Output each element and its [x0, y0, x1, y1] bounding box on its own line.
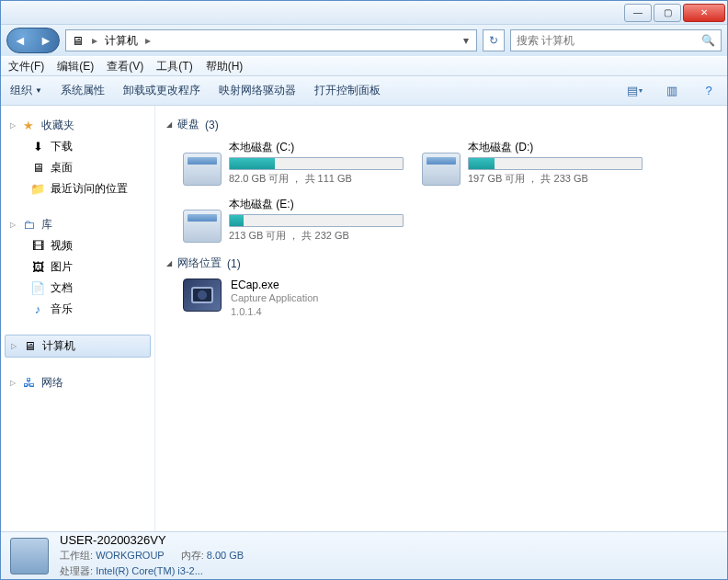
help-button[interactable]: ?: [700, 82, 718, 100]
sidebar: ▷★收藏夹 ⬇下载 🖥桌面 📁最近访问的位置 ▷🗀库 🎞视频 🖼图片 📄文档 ♪…: [1, 106, 155, 531]
drive-item[interactable]: 本地磁盘 (E:)213 GB 可用 ， 共 232 GB: [183, 197, 404, 243]
menu-view[interactable]: 查看(V): [107, 59, 143, 74]
drive-icon: [183, 210, 222, 243]
sidebar-computer[interactable]: ▷🖥计算机: [5, 335, 151, 358]
collapse-icon: ◢: [166, 120, 172, 129]
desktop-icon: 🖥: [30, 161, 45, 176]
menubar: 文件(F) 编辑(E) 查看(V) 工具(T) 帮助(H): [1, 56, 727, 76]
status-mem-label: 内存:: [181, 550, 204, 561]
toolbar-mapnet[interactable]: 映射网络驱动器: [219, 83, 296, 98]
group-network[interactable]: ◢ 网络位置 (1): [166, 256, 716, 271]
search-placeholder: 搜索 计算机: [517, 33, 574, 49]
drive-name: 本地磁盘 (C:): [229, 140, 404, 155]
document-icon: 📄: [30, 281, 45, 296]
picture-icon: 🖼: [30, 260, 45, 275]
status-cpu: Intel(R) Core(TM) i3-2...: [96, 565, 203, 576]
breadcrumb-computer[interactable]: 计算机: [105, 33, 138, 49]
star-icon: ★: [21, 119, 36, 133]
back-icon: ◄: [14, 33, 27, 48]
music-icon: ♪: [30, 302, 45, 317]
explorer-window: — ▢ ✕ ◄ ► 🖥 ▸ 计算机 ▸ ▾ ↻ 搜索 计算机 🔍 文件(F) 编…: [0, 0, 728, 580]
forward-icon: ►: [40, 33, 52, 48]
drive-icon: [183, 153, 222, 186]
statusbar: USER-20200326VY 工作组: WORKGROUP 内存: 8.00 …: [1, 531, 727, 579]
address-arrow-icon: ▸: [145, 34, 151, 47]
netloc-name: ECap.exe: [231, 279, 318, 291]
sidebar-item-documents[interactable]: 📄文档: [5, 278, 151, 299]
status-workgroup-label: 工作组:: [60, 550, 93, 561]
computer-icon: 🖥: [22, 339, 37, 354]
download-icon: ⬇: [30, 140, 45, 154]
drive-usage-bar: [229, 214, 404, 227]
drive-usage-bar: [229, 157, 404, 170]
group-hdd[interactable]: ◢ 硬盘 (3): [166, 117, 716, 132]
toolbar-sysprops[interactable]: 系统属性: [61, 83, 105, 98]
tri-icon: ▷: [10, 379, 16, 387]
toolbar: 组织 ▼ 系统属性 卸载或更改程序 映射网络驱动器 打开控制面板 ▤ ▼ ▥ ?: [1, 76, 727, 106]
library-icon: 🗀: [21, 218, 36, 233]
tri-icon: ▷: [10, 221, 16, 229]
status-computer-name: USER-20200326VY: [60, 533, 244, 547]
netloc-version: 1.0.1.4: [231, 305, 318, 319]
minimize-button[interactable]: —: [624, 4, 652, 22]
sidebar-item-videos[interactable]: 🎞视频: [5, 235, 151, 256]
status-workgroup: WORKGROUP: [96, 550, 165, 561]
sidebar-item-recent[interactable]: 📁最近访问的位置: [5, 178, 151, 199]
netloc-item[interactable]: ECap.exe Capture Application 1.0.1.4: [183, 279, 716, 320]
sidebar-item-desktop[interactable]: 🖥桌面: [5, 157, 151, 178]
drive-name: 本地磁盘 (E:): [229, 197, 404, 212]
view-mode-button[interactable]: ▤ ▼: [626, 82, 644, 100]
drive-icon: [422, 153, 461, 186]
address-dropdown-icon[interactable]: ▾: [460, 34, 472, 47]
video-icon: 🎞: [30, 239, 45, 254]
computer-icon: 🖥: [70, 33, 85, 48]
refresh-button[interactable]: ↻: [483, 29, 505, 51]
toolbar-organize[interactable]: 组织 ▼: [10, 83, 42, 98]
drive-name: 本地磁盘 (D:): [468, 140, 643, 155]
nav-back-forward[interactable]: ◄ ►: [6, 28, 60, 53]
sidebar-libraries[interactable]: ▷🗀库: [5, 214, 151, 235]
netloc-desc: Capture Application: [231, 291, 318, 305]
navbar: ◄ ► 🖥 ▸ 计算机 ▸ ▾ ↻ 搜索 计算机 🔍: [1, 25, 727, 56]
chevron-down-icon: ▼: [35, 86, 42, 95]
sidebar-item-music[interactable]: ♪音乐: [5, 299, 151, 320]
sidebar-favorites[interactable]: ▷★收藏夹: [5, 115, 151, 136]
maximize-button[interactable]: ▢: [654, 4, 681, 22]
camera-app-icon: [183, 279, 222, 312]
titlebar: — ▢ ✕: [1, 1, 727, 25]
menu-edit[interactable]: 编辑(E): [57, 59, 94, 74]
drive-item[interactable]: 本地磁盘 (C:)82.0 GB 可用 ， 共 111 GB: [183, 140, 404, 186]
main-content: ◢ 硬盘 (3) 本地磁盘 (C:)82.0 GB 可用 ， 共 111 GB本…: [155, 106, 727, 531]
tri-icon: ▷: [10, 121, 16, 130]
refresh-icon: ↻: [489, 34, 498, 47]
sidebar-network[interactable]: ▷🖧网络: [5, 372, 151, 393]
preview-pane-button[interactable]: ▥: [663, 82, 681, 100]
drive-free-text: 213 GB 可用 ， 共 232 GB: [229, 229, 404, 243]
drive-free-text: 82.0 GB 可用 ， 共 111 GB: [229, 172, 404, 186]
menu-tools[interactable]: 工具(T): [156, 59, 192, 74]
drive-free-text: 197 GB 可用 ， 共 233 GB: [468, 172, 643, 186]
tri-icon: ▷: [11, 342, 17, 350]
network-icon: 🖧: [21, 376, 36, 391]
status-mem: 8.00 GB: [207, 550, 244, 561]
computer-large-icon: [10, 538, 49, 574]
sidebar-item-pictures[interactable]: 🖼图片: [5, 256, 151, 278]
status-cpu-label: 处理器:: [60, 565, 93, 576]
address-bar[interactable]: 🖥 ▸ 计算机 ▸ ▾: [65, 29, 477, 51]
toolbar-uninstall[interactable]: 卸载或更改程序: [123, 83, 200, 98]
toolbar-controlpanel[interactable]: 打开控制面板: [314, 83, 381, 98]
search-icon: 🔍: [701, 34, 715, 47]
drive-item[interactable]: 本地磁盘 (D:)197 GB 可用 ， 共 233 GB: [422, 140, 643, 186]
sidebar-item-downloads[interactable]: ⬇下载: [5, 136, 151, 157]
collapse-icon: ◢: [166, 259, 172, 267]
menu-file[interactable]: 文件(F): [8, 59, 44, 74]
recent-icon: 📁: [30, 182, 45, 197]
close-button[interactable]: ✕: [683, 4, 725, 22]
search-input[interactable]: 搜索 计算机 🔍: [510, 29, 722, 51]
menu-help[interactable]: 帮助(H): [206, 59, 244, 74]
address-arrow-icon: ▸: [92, 34, 97, 47]
drive-usage-bar: [468, 157, 643, 170]
